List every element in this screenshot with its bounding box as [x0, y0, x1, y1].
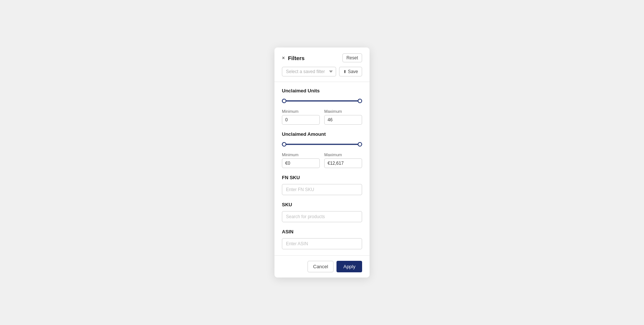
- unclaimed-amount-max-group: Maximum: [324, 152, 362, 168]
- save-icon: ⬆: [343, 69, 347, 74]
- sku-section: SKU: [282, 202, 362, 222]
- unclaimed-units-track: [282, 101, 362, 102]
- save-button[interactable]: ⬆ Save: [339, 67, 362, 76]
- close-icon[interactable]: ×: [282, 55, 285, 60]
- unclaimed-amount-thumb-min[interactable]: [282, 142, 286, 147]
- unclaimed-units-label: Unclaimed Units: [282, 88, 362, 93]
- unclaimed-units-max-group: Maximum: [324, 109, 362, 125]
- unclaimed-amount-label: Unclaimed Amount: [282, 131, 362, 137]
- unclaimed-amount-max-label: Maximum: [324, 152, 362, 157]
- saved-filter-select[interactable]: Select a saved filter: [282, 67, 336, 76]
- unclaimed-amount-min-input[interactable]: [282, 158, 320, 168]
- modal-header: × Filters Reset: [274, 47, 370, 67]
- unclaimed-units-slider[interactable]: [282, 97, 362, 105]
- modal-title-group: × Filters: [282, 55, 305, 61]
- modal-footer: Cancel Apply: [274, 255, 370, 278]
- unclaimed-units-max-input[interactable]: [324, 115, 362, 125]
- unclaimed-amount-min-group: Minimum: [282, 152, 320, 168]
- filters-modal: × Filters Reset Select a saved filter ⬆ …: [274, 47, 370, 278]
- saved-filter-row: Select a saved filter ⬆ Save: [274, 67, 370, 82]
- asin-input[interactable]: [282, 238, 362, 249]
- unclaimed-units-section: Unclaimed Units Minimum Maximum: [282, 88, 362, 125]
- unclaimed-units-thumb-min[interactable]: [282, 99, 286, 103]
- sku-input[interactable]: [282, 211, 362, 222]
- unclaimed-amount-section: Unclaimed Amount Minimum Maximum: [282, 131, 362, 168]
- modal-title: Filters: [288, 55, 305, 61]
- asin-label: ASIN: [282, 229, 362, 234]
- cancel-button[interactable]: Cancel: [308, 261, 334, 272]
- modal-overlay: × Filters Reset Select a saved filter ⬆ …: [0, 0, 644, 325]
- save-label: Save: [348, 69, 358, 74]
- fn-sku-input[interactable]: [282, 184, 362, 195]
- unclaimed-amount-slider[interactable]: [282, 141, 362, 148]
- unclaimed-units-min-label: Minimum: [282, 109, 320, 114]
- unclaimed-units-max-label: Maximum: [324, 109, 362, 114]
- modal-body: Unclaimed Units Minimum Maximum: [274, 82, 370, 255]
- asin-section: ASIN: [282, 229, 362, 249]
- unclaimed-amount-inputs: Minimum Maximum: [282, 152, 362, 168]
- reset-button[interactable]: Reset: [342, 53, 362, 62]
- fn-sku-label: FN SKU: [282, 175, 362, 180]
- apply-button[interactable]: Apply: [336, 261, 362, 272]
- unclaimed-units-min-input[interactable]: [282, 115, 320, 125]
- unclaimed-amount-track: [282, 144, 362, 145]
- unclaimed-amount-thumb-max[interactable]: [358, 142, 362, 147]
- unclaimed-amount-max-input[interactable]: [324, 158, 362, 168]
- unclaimed-units-thumb-max[interactable]: [358, 99, 362, 103]
- unclaimed-amount-min-label: Minimum: [282, 152, 320, 157]
- unclaimed-units-min-group: Minimum: [282, 109, 320, 125]
- unclaimed-units-inputs: Minimum Maximum: [282, 109, 362, 125]
- fn-sku-section: FN SKU: [282, 175, 362, 195]
- sku-label: SKU: [282, 202, 362, 207]
